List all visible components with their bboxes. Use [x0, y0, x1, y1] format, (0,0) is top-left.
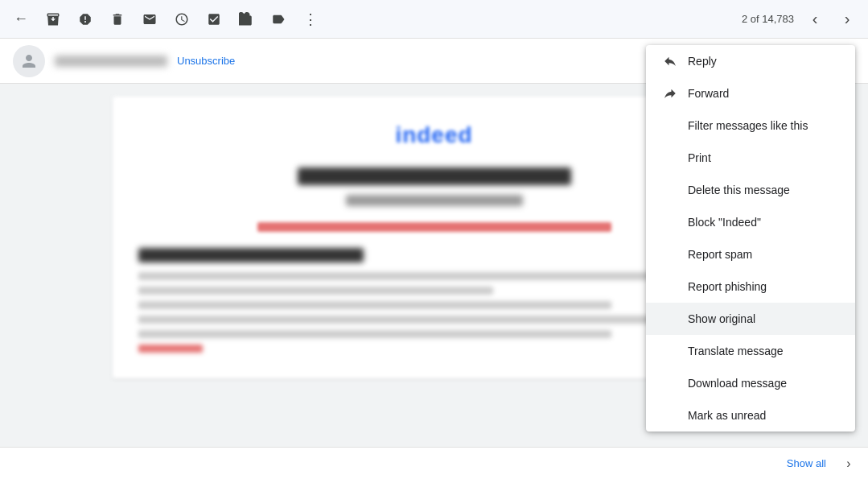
phishing-menu-icon [662, 279, 678, 295]
text-line-3 [138, 301, 612, 309]
block-label: Block "Indeed" [688, 216, 839, 229]
move-to-icon[interactable] [232, 5, 261, 34]
menu-item-reply[interactable]: Reply [646, 45, 855, 77]
reply-menu-icon [662, 53, 678, 69]
dropdown-menu: Reply Forward Filter messages like this … [646, 45, 855, 432]
show-original-label: Show original [688, 312, 839, 325]
menu-item-show-original[interactable]: Show original [646, 303, 855, 335]
sender-info: Unsubscribe [55, 55, 661, 67]
download-menu-icon [662, 375, 678, 391]
resume-section-blur [138, 248, 364, 262]
translate-label: Translate message [688, 345, 839, 357]
menu-item-download[interactable]: Download message [646, 367, 855, 399]
spam-icon[interactable] [71, 5, 100, 34]
nav-counter: 2 of 14,783 ‹ › [742, 5, 862, 34]
archive-icon[interactable] [39, 5, 68, 34]
menu-item-mark-unread[interactable]: Mark as unread [646, 399, 855, 432]
email-title-blur [298, 167, 571, 185]
text-line-5 [138, 330, 612, 338]
filter-label: Filter messages like this [688, 119, 839, 132]
email-subtitle-blur [346, 195, 523, 206]
menu-item-filter[interactable]: Filter messages like this [646, 109, 855, 142]
download-label: Download message [688, 377, 839, 390]
sender-name [55, 56, 167, 67]
bottom-next-icon[interactable]: › [836, 451, 862, 477]
more-toolbar-icon[interactable]: ⋮ [296, 5, 325, 34]
delete-menu-icon [662, 182, 678, 198]
email-highlight-bar [257, 222, 611, 232]
menu-item-phishing[interactable]: Report phishing [646, 270, 855, 303]
translate-menu-icon [662, 343, 678, 359]
bottom-bar: Show all › [0, 447, 868, 479]
next-email-icon[interactable]: › [833, 5, 862, 34]
text-line-1 [138, 272, 730, 280]
snooze-icon[interactable] [167, 5, 196, 34]
avatar [13, 45, 45, 77]
menu-item-forward[interactable]: Forward [646, 77, 855, 109]
unsubscribe-link[interactable]: Unsubscribe [177, 55, 235, 67]
forward-menu-icon [662, 85, 678, 101]
show-original-menu-icon [662, 311, 678, 327]
forward-label: Forward [688, 87, 839, 100]
red-link [138, 345, 203, 353]
email-count: 2 of 14,783 [742, 13, 794, 25]
indeed-logo: indeed [138, 122, 730, 148]
menu-item-translate[interactable]: Translate message [646, 335, 855, 367]
delete-label: Delete this message [688, 184, 839, 196]
mark-unread-menu-icon [662, 407, 678, 423]
block-menu-icon [662, 214, 678, 230]
print-menu-icon [662, 150, 678, 166]
back-icon[interactable]: ← [6, 5, 35, 34]
spam-label: Report spam [688, 248, 839, 261]
mark-email-unread-icon[interactable] [135, 5, 164, 34]
task-icon[interactable] [200, 5, 228, 34]
phishing-label: Report phishing [688, 280, 839, 293]
show-all-button[interactable]: Show all [777, 452, 836, 474]
menu-item-delete[interactable]: Delete this message [646, 174, 855, 206]
mark-unread-label: Mark as unread [688, 409, 839, 422]
delete-icon[interactable] [103, 5, 132, 34]
spam-menu-icon [662, 246, 678, 262]
toolbar: ← ⋮ 2 of 14,783 ‹ › [0, 0, 868, 39]
text-line-2 [138, 287, 494, 295]
filter-menu-icon [662, 118, 678, 134]
menu-item-block[interactable]: Block "Indeed" [646, 206, 855, 238]
prev-email-icon[interactable]: ‹ [800, 5, 829, 34]
print-label: Print [688, 151, 839, 164]
text-line-4 [138, 316, 730, 324]
reply-label: Reply [688, 55, 839, 68]
label-icon[interactable] [264, 5, 293, 34]
menu-item-spam[interactable]: Report spam [646, 238, 855, 270]
menu-item-print[interactable]: Print [646, 142, 855, 174]
